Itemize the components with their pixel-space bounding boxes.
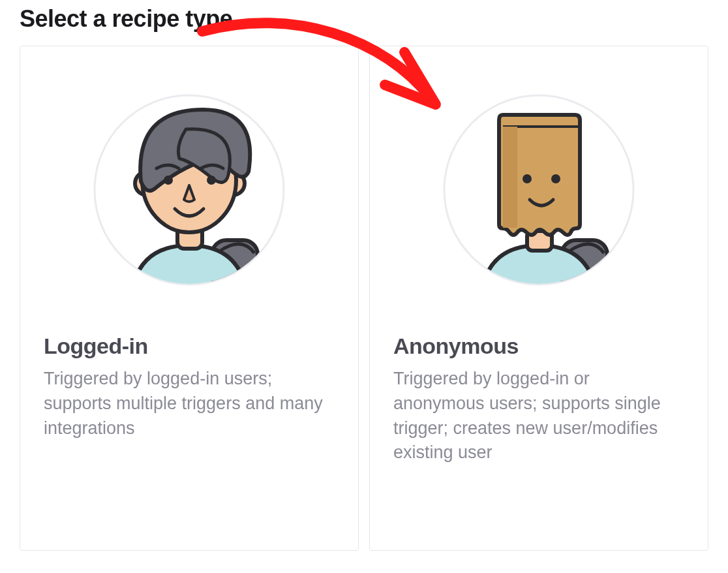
- recipe-type-cards: Logged-in Triggered by logged-in users; …: [20, 46, 708, 551]
- anonymous-card[interactable]: Anonymous Triggered by logged-in or anon…: [369, 46, 708, 551]
- page-title: Select a recipe type: [20, 5, 708, 33]
- anonymous-illustration: [393, 72, 684, 314]
- logged-in-description: Triggered by logged-in users; supports m…: [44, 367, 335, 441]
- recipe-type-selector: Select a recipe type: [0, 0, 728, 551]
- anonymous-title: Anonymous: [393, 333, 684, 359]
- svg-point-8: [207, 176, 216, 185]
- svg-point-15: [523, 174, 532, 183]
- svg-point-7: [164, 176, 173, 185]
- svg-point-16: [551, 174, 560, 183]
- logged-in-illustration: [44, 72, 335, 314]
- anonymous-description: Triggered by logged-in or anonymous user…: [393, 367, 684, 465]
- logged-in-title: Logged-in: [44, 333, 335, 359]
- logged-in-card[interactable]: Logged-in Triggered by logged-in users; …: [20, 46, 359, 551]
- svg-rect-14: [503, 127, 517, 228]
